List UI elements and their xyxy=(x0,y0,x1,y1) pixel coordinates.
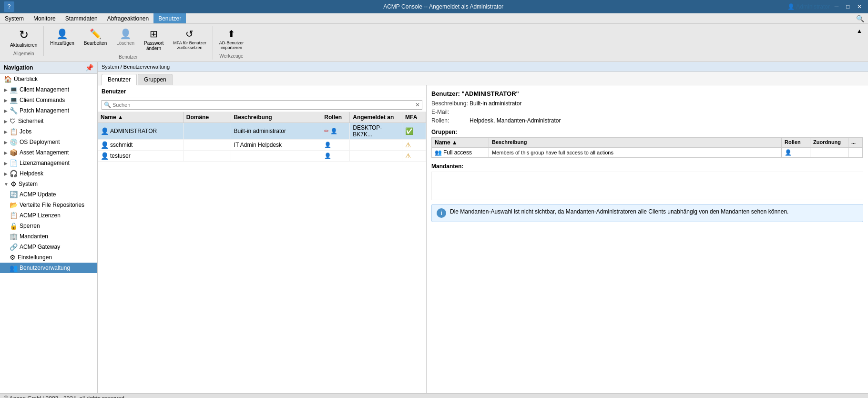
sidebar-pin-icon[interactable]: 📌 xyxy=(85,64,93,71)
status-bar: © Aagon GmbH 2002 - 2024, all rights res… xyxy=(0,393,868,398)
sidebar-item-einstellungen[interactable]: ⚙ Einstellungen xyxy=(0,252,97,263)
loeschen-button[interactable]: 👤 Löschen xyxy=(112,26,139,53)
detail-th-desc[interactable]: Beschreibung xyxy=(489,138,782,147)
td-logged-1: DESKTOP-BK7K... xyxy=(350,123,402,139)
td-desc-2: IT Admin Helpdesk xyxy=(231,140,322,150)
ad-benutzer-importieren-button[interactable]: ⬆ AD-Benutzerimportieren xyxy=(215,26,248,52)
user-icon-2: 👤 xyxy=(101,141,109,149)
th-name[interactable]: Name ▲ xyxy=(98,112,184,122)
detail-th-dots[interactable]: ... xyxy=(848,138,863,147)
sidebar-item-file-repositories[interactable]: 📂 Verteilte File Repositories xyxy=(0,200,97,210)
sidebar-item-sicherheit[interactable]: ▶ 🛡 Sicherheit xyxy=(0,116,97,126)
user-icon-1: 👤 xyxy=(101,127,109,135)
menu-system[interactable]: System xyxy=(0,13,29,23)
td-logged-2 xyxy=(350,140,402,150)
detail-rollen-label: Rollen: xyxy=(431,117,470,124)
detail-td-assign xyxy=(810,148,848,157)
td-logged-3 xyxy=(350,151,402,161)
sidebar-item-os-deployment[interactable]: ▶ 💿 OS Deployment xyxy=(0,137,97,147)
role-badge-icon-2: 👤 xyxy=(324,142,331,148)
td-name-1: 👤 ADMINISTRATOR xyxy=(98,123,184,139)
mfa-zuruecksetzen-button[interactable]: ↺ MFA für Benutzerzurücksetzen xyxy=(169,26,211,53)
gateway-icon: 🔗 xyxy=(10,243,18,251)
th-logged[interactable]: Angemeldet an xyxy=(350,112,402,122)
search-input[interactable] xyxy=(112,102,415,108)
table-row[interactable]: 👤 sschmidt IT Admin Helpdesk 👤 ⚠ xyxy=(98,140,426,151)
navigation-title: Navigation xyxy=(4,64,33,71)
sidebar-item-jobs[interactable]: ▶ 📋 Jobs xyxy=(0,126,97,137)
chevron-right-icon-3: ▶ xyxy=(4,108,8,113)
search-clear-icon[interactable]: ✕ xyxy=(415,102,420,108)
minimize-button[interactable]: ─ xyxy=(832,2,841,11)
passwort-aendern-button[interactable]: ⊞ Passwort ändern xyxy=(140,26,168,53)
th-roles[interactable]: Rollen xyxy=(321,112,350,122)
toolbar: ↻ Aktualisieren Allgemein 👤 Hinzufügen ✏… xyxy=(0,24,868,62)
chevron-right-icon-9: ▶ xyxy=(4,171,8,176)
sidebar-item-patch-management[interactable]: ▶ 🔧 Patch Management xyxy=(0,105,97,116)
sidebar-item-asset-management[interactable]: ▶ 📦 Asset Management xyxy=(0,147,97,158)
chevron-right-icon: ▶ xyxy=(4,87,8,92)
help-button[interactable]: ? xyxy=(4,1,14,12)
security-icon: 🛡 xyxy=(10,117,16,125)
detail-th-name[interactable]: Name ▲ xyxy=(432,138,489,147)
toolbar-group-benutzer: 👤 Hinzufügen ✏️ Bearbeiten 👤 Löschen ⊞ P… xyxy=(44,26,213,60)
close-button[interactable]: ✕ xyxy=(855,2,864,11)
toolbar-collapse-button[interactable]: ▲ xyxy=(855,26,864,36)
user-icon-3: 👤 xyxy=(101,152,109,160)
menu-stammdaten[interactable]: Stammdaten xyxy=(61,13,102,23)
th-domain[interactable]: Domäne xyxy=(184,112,231,122)
menu-monitore[interactable]: Monitore xyxy=(29,13,61,23)
sidebar-item-benutzerverwaltung[interactable]: 👥 Benutzerverwaltung xyxy=(0,263,97,273)
lock-icon: 🔒 xyxy=(10,222,18,230)
tab-gruppen[interactable]: Gruppen xyxy=(138,74,173,85)
toolbar-group-allgemein-label: Allgemein xyxy=(13,51,34,56)
th-description[interactable]: Beschreibung xyxy=(231,112,322,122)
sidebar-item-sperren[interactable]: 🔒 Sperren xyxy=(0,221,97,231)
sidebar-item-ueberblick[interactable]: 🏠 Überblick xyxy=(0,74,97,84)
sidebar-item-mandanten[interactable]: 🏢 Mandanten xyxy=(0,231,97,242)
sidebar-item-client-commands[interactable]: ▶ 💻 Client Commands xyxy=(0,95,97,105)
sidebar-item-system[interactable]: ▼ ⚙ System xyxy=(0,179,97,189)
edit-role-icon-1: ✏ xyxy=(324,128,329,134)
sidebar-item-lizenzmanagement[interactable]: ▶ 📄 Lizenzmanagement xyxy=(0,158,97,168)
table-row[interactable]: 👤 testuser 👤 ⚠ xyxy=(98,151,426,162)
detail-gruppen-section: Gruppen: Name ▲ Beschreibung Rollen Zuor… xyxy=(431,129,863,158)
maximize-button[interactable]: □ xyxy=(843,2,853,11)
detail-th-assign[interactable]: Zuordnung xyxy=(810,138,848,147)
detail-table-row[interactable]: 👥 Full access Members of this group have… xyxy=(431,147,863,157)
menu-bar: System Monitore Stammdaten Abfrageaktion… xyxy=(0,13,868,24)
folder-icon: 📂 xyxy=(10,201,18,209)
sidebar-header: Navigation 📌 xyxy=(0,62,97,74)
system-icon: ⚙ xyxy=(10,180,17,188)
license-icon: 📄 xyxy=(10,159,18,167)
menu-abfrageaktionen[interactable]: Abfrageaktionen xyxy=(102,13,153,23)
search-toolbar-icon[interactable]: 🔍 xyxy=(852,14,868,23)
detail-td-desc: Members of this group have full access t… xyxy=(489,148,782,157)
td-mfa-3: ⚠ xyxy=(402,151,426,161)
menu-benutzer[interactable]: Benutzer xyxy=(153,13,186,23)
sidebar-item-client-management[interactable]: ▶ 💻 Client Management xyxy=(0,84,97,95)
sidebar-item-acmp-lizenzen[interactable]: 📋 ACMP Lizenzen xyxy=(0,210,97,221)
th-mfa[interactable]: MFA xyxy=(402,112,426,122)
helpdesk-icon: 🎧 xyxy=(10,170,18,177)
search-input-wrap: 🔍 ✕ xyxy=(102,100,422,110)
bearbeiten-button[interactable]: ✏️ Bearbeiten xyxy=(80,26,111,53)
user-table: Name ▲ Domäne Beschreibung Rollen Angeme… xyxy=(98,112,426,393)
sidebar-item-helpdesk[interactable]: ▶ 🎧 Helpdesk xyxy=(0,168,97,179)
table-row[interactable]: 👤 ADMINISTRATOR Built-in administrator ✏… xyxy=(98,123,426,140)
detail-th-roles[interactable]: Rollen xyxy=(782,138,810,147)
settings-icon: ⚙ xyxy=(10,254,16,261)
os-icon: 💿 xyxy=(10,138,18,146)
detail-email-label: E-Mail: xyxy=(431,109,470,115)
tab-benutzer[interactable]: Benutzer xyxy=(102,74,137,85)
aktualisieren-button[interactable]: ↻ Aktualisieren xyxy=(6,26,41,50)
content-area: System / Benutzerverwaltung Benutzer Gru… xyxy=(98,62,868,393)
detail-td-dots xyxy=(848,148,863,157)
sort-asc-icon: ▲ xyxy=(118,114,123,121)
sidebar-item-acmp-update[interactable]: 🔄 ACMP Update xyxy=(0,189,97,200)
hinzufuegen-button[interactable]: 👤 Hinzufügen xyxy=(46,26,79,53)
toolbar-group-werkzeuge-label: Werkzeuge xyxy=(219,53,243,59)
status-text: © Aagon GmbH 2002 - 2024, all rights res… xyxy=(4,395,124,398)
sidebar-item-acmp-gateway[interactable]: 🔗 ACMP Gateway xyxy=(0,242,97,252)
td-roles-1: ✏ 👤 xyxy=(321,123,350,139)
